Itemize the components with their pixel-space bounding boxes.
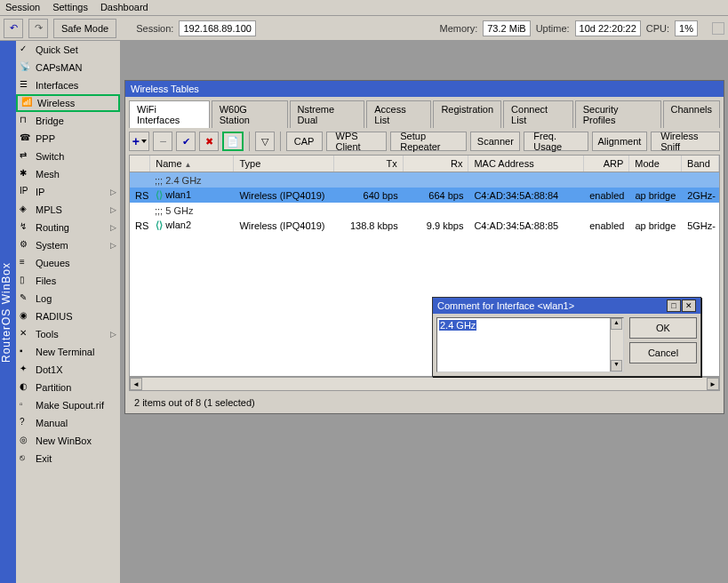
session-address: 192.168.89.100: [179, 20, 255, 36]
cancel-button[interactable]: Cancel: [629, 342, 697, 363]
tab-wifi-interfaces[interactable]: WiFi Interfaces: [129, 100, 210, 128]
comment-dialog: Comment for Interface <wlan1> □ ✕ 2.4 GH…: [432, 297, 701, 377]
sidebar-item-manual[interactable]: ?Manual: [16, 414, 120, 432]
safe-mode-button[interactable]: Safe Mode: [53, 19, 116, 38]
enable-button[interactable]: ✔: [176, 132, 196, 151]
column-header[interactable]: [130, 156, 150, 172]
sidebar-icon: ↯: [20, 221, 32, 234]
tab-registration[interactable]: Registration: [433, 100, 501, 128]
sidebar-item-dot1x[interactable]: ✦Dot1X: [16, 361, 120, 379]
add-button[interactable]: +: [129, 132, 149, 151]
menu-session[interactable]: Session: [5, 2, 40, 13]
sidebar-item-label: New WinBox: [36, 435, 92, 446]
sidebar-icon: ◐: [20, 381, 32, 394]
sidebar-item-label: Log: [36, 293, 52, 304]
filter-button[interactable]: ▽: [255, 132, 275, 151]
sidebar-item-partition[interactable]: ◐Partition: [16, 379, 120, 396]
menu-settings[interactable]: Settings: [52, 2, 88, 13]
tab-w60g-station[interactable]: W60G Station: [212, 100, 288, 128]
scroll-up-icon[interactable]: ▲: [611, 318, 622, 330]
dialog-maximize-button[interactable]: □: [667, 299, 681, 312]
sidebar-icon: ◎: [20, 435, 32, 447]
disable-button[interactable]: ✖: [199, 132, 219, 151]
redo-button[interactable]: ↷: [28, 19, 48, 38]
sidebar-item-mesh[interactable]: ✱Mesh: [16, 165, 120, 183]
sidebar-item-label: MPLS: [36, 204, 62, 215]
sidebar-icon: ✱: [20, 168, 32, 180]
undo-button[interactable]: ↶: [4, 19, 23, 38]
comment-textarea[interactable]: 2.4 GHz ▲ ▼: [436, 317, 624, 372]
sidebar-item-exit[interactable]: ⎋Exit: [16, 450, 120, 467]
wps-client-button[interactable]: WPS Client: [326, 132, 388, 151]
table-group-row[interactable]: ;;; 2.4 GHz: [130, 172, 719, 188]
sidebar-item-make-supout-rif[interactable]: ▫Make Supout.rif: [16, 396, 120, 414]
chevron-right-icon: ▷: [110, 330, 116, 339]
tab-connect-list[interactable]: Connect List: [503, 100, 573, 128]
column-header[interactable]: Mode: [629, 156, 682, 172]
sidebar-item-bridge[interactable]: ⊓Bridge: [16, 112, 120, 130]
sidebar-item-switch[interactable]: ⇄Switch: [16, 148, 120, 165]
sidebar-item-new-terminal[interactable]: ▪New Terminal: [16, 343, 120, 361]
tab-security-profiles[interactable]: Security Profiles: [575, 100, 661, 128]
scroll-down-icon[interactable]: ▼: [611, 360, 622, 371]
tab-channels[interactable]: Channels: [663, 100, 720, 128]
scroll-left-icon[interactable]: ◄: [130, 378, 142, 390]
setup-repeater-button[interactable]: Setup Repeater: [390, 132, 467, 151]
spacer-icon: [712, 22, 724, 35]
uptime-label: Uptime:: [536, 23, 570, 34]
column-header[interactable]: Rx: [404, 156, 469, 172]
sidebar-item-capsman[interactable]: 📡CAPsMAN: [16, 59, 120, 76]
sidebar-item-log[interactable]: ✎Log: [16, 290, 120, 307]
comment-button[interactable]: 📄: [222, 132, 244, 151]
scanner-button[interactable]: Scanner: [470, 132, 520, 151]
alignment-button[interactable]: Alignment: [592, 132, 648, 151]
sidebar-item-label: Partition: [36, 382, 71, 393]
sidebar-item-radius[interactable]: ◉RADIUS: [16, 307, 120, 325]
wireless-sniffer-button[interactable]: Wireless Sniff: [651, 132, 720, 151]
freq-usage-button[interactable]: Freq. Usage: [524, 132, 588, 151]
dialog-close-button[interactable]: ✕: [682, 299, 696, 312]
sidebar-item-label: Wireless: [37, 98, 75, 108]
sidebar-item-label: New Terminal: [36, 347, 94, 357]
column-header[interactable]: MAC Address: [468, 156, 584, 172]
table-group-row[interactable]: ;;; 5 GHz: [130, 203, 719, 218]
horizontal-scrollbar[interactable]: ◄ ►: [129, 377, 720, 391]
menu-dashboard[interactable]: Dashboard: [100, 2, 148, 13]
sidebar-icon: ☎: [20, 132, 32, 145]
column-header[interactable]: Type: [234, 156, 334, 172]
sidebar-item-label: Queues: [36, 258, 70, 268]
tab-nstreme-dual[interactable]: Nstreme Dual: [290, 100, 365, 128]
sidebar-item-routing[interactable]: ↯Routing▷: [16, 219, 120, 236]
sidebar-item-interfaces[interactable]: ☰Interfaces: [16, 76, 120, 94]
sidebar-icon: ⎋: [20, 452, 32, 465]
column-header[interactable]: Name: [150, 156, 234, 172]
window-title: Wireless Tables: [125, 81, 724, 97]
sidebar-item-files[interactable]: ▯Files: [16, 272, 120, 290]
scroll-right-icon[interactable]: ►: [707, 378, 719, 390]
column-header[interactable]: ARP: [584, 156, 629, 172]
app-title: RouterOS WinBox: [0, 41, 16, 583]
sidebar-item-wireless[interactable]: 📶Wireless: [16, 94, 120, 112]
sidebar-icon: ☰: [20, 79, 32, 92]
table-row[interactable]: RS⟨⟩ wlan2Wireless (IPQ4019)138.8 kbps9.…: [130, 218, 719, 233]
textarea-scrollbar[interactable]: ▲ ▼: [610, 318, 623, 371]
ok-button[interactable]: OK: [629, 317, 697, 339]
sidebar-item-queues[interactable]: ≡Queues: [16, 254, 120, 272]
sidebar-item-label: Interfaces: [36, 80, 78, 91]
sidebar-item-label: Mesh: [36, 169, 60, 180]
column-header[interactable]: Tx: [334, 156, 403, 172]
sidebar-item-mpls[interactable]: ◈MPLS▷: [16, 201, 120, 219]
sidebar-item-system[interactable]: ⚙System▷: [16, 236, 120, 254]
sidebar-item-tools[interactable]: ✕Tools▷: [16, 325, 120, 343]
cap-button[interactable]: CAP: [286, 132, 323, 151]
tab-access-list[interactable]: Access List: [366, 100, 431, 128]
sidebar-item-ip[interactable]: IPIP▷: [16, 183, 120, 201]
table-row[interactable]: RS⟨⟩ wlan1Wireless (IPQ4019)640 bps664 b…: [130, 188, 719, 203]
sidebar-item-ppp[interactable]: ☎PPP: [16, 130, 120, 148]
column-header[interactable]: Band: [682, 156, 719, 172]
sidebar-item-label: CAPsMAN: [36, 62, 83, 73]
sidebar-item-new-winbox[interactable]: ◎New WinBox: [16, 432, 120, 450]
sidebar-item-quick-set[interactable]: ✓Quick Set: [16, 41, 120, 59]
chevron-right-icon: ▷: [110, 205, 116, 214]
remove-button[interactable]: −: [153, 132, 172, 151]
